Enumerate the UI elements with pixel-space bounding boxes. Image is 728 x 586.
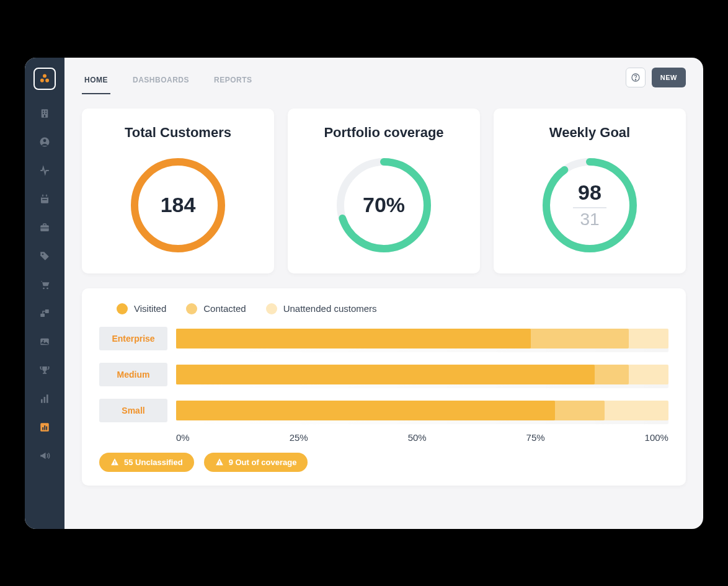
new-button[interactable]: NEW bbox=[652, 68, 686, 87]
svg-rect-23 bbox=[45, 309, 49, 313]
user-icon[interactable] bbox=[35, 132, 55, 152]
svg-rect-8 bbox=[44, 115, 45, 117]
total-value: 184 bbox=[161, 193, 196, 217]
svg-point-2 bbox=[45, 78, 49, 82]
calendar-icon[interactable] bbox=[35, 189, 55, 209]
svg-point-20 bbox=[43, 287, 45, 289]
megaphone-icon[interactable] bbox=[35, 446, 55, 466]
svg-rect-33 bbox=[44, 425, 45, 430]
card-title: Total Customers bbox=[125, 125, 231, 141]
app-logo[interactable] bbox=[33, 68, 56, 90]
tab-reports[interactable]: REPORTS bbox=[211, 61, 255, 94]
svg-rect-44 bbox=[219, 461, 220, 463]
coverage-chart: Visitited Contacted Unattended customers… bbox=[82, 288, 686, 486]
svg-rect-32 bbox=[42, 427, 43, 430]
svg-rect-42 bbox=[114, 461, 115, 463]
bar-row-small: Small bbox=[99, 399, 668, 422]
goal-sub: 31 bbox=[573, 207, 606, 229]
x-axis: 0% 25% 50% 75% 100% bbox=[176, 432, 668, 443]
svg-rect-4 bbox=[43, 110, 44, 112]
tag-icon[interactable] bbox=[35, 246, 55, 266]
weekly-goal-card: Weekly Goal 98 31 bbox=[494, 109, 686, 273]
bar-row-enterprise: Enterprise bbox=[99, 327, 668, 350]
tab-dashboards[interactable]: DASHBOARDS bbox=[130, 61, 192, 94]
bar-row-medium: Medium bbox=[99, 363, 668, 386]
alerts: 55 Unclassified 9 Out of coverage bbox=[99, 453, 668, 472]
bar-label: Medium bbox=[99, 363, 167, 386]
bar-track bbox=[176, 329, 668, 348]
ring-goal: 98 31 bbox=[540, 156, 639, 255]
axis-tick: 25% bbox=[290, 432, 308, 443]
legend-label: Unattended customers bbox=[283, 303, 377, 314]
svg-rect-26 bbox=[44, 371, 46, 373]
main-content: HOME DASHBOARDS REPORTS NEW Total Custom… bbox=[64, 58, 703, 529]
bar-label: Enterprise bbox=[99, 327, 167, 350]
svg-rect-18 bbox=[40, 228, 49, 228]
svg-rect-15 bbox=[42, 199, 47, 200]
alert-label: 55 Unclassified bbox=[124, 458, 183, 467]
svg-point-1 bbox=[40, 78, 44, 82]
card-title: Portfolio coverage bbox=[324, 125, 443, 141]
legend: Visitited Contacted Unattended customers bbox=[99, 303, 668, 314]
portfolio-coverage-card: Portfolio coverage 70% bbox=[288, 109, 480, 273]
legend-visited: Visitited bbox=[117, 303, 166, 314]
trophy-icon[interactable] bbox=[35, 360, 55, 380]
svg-rect-12 bbox=[41, 195, 48, 197]
svg-point-21 bbox=[47, 287, 48, 289]
svg-rect-45 bbox=[219, 464, 220, 464]
alert-outofcoverage[interactable]: 9 Out of coverage bbox=[204, 453, 308, 472]
axis-tick: 75% bbox=[526, 432, 545, 443]
svg-rect-7 bbox=[45, 112, 47, 113]
goal-value: 98 bbox=[578, 180, 601, 205]
chart-icon[interactable] bbox=[35, 417, 55, 437]
axis-tick: 50% bbox=[408, 432, 427, 443]
alert-label: 9 Out of coverage bbox=[229, 458, 297, 467]
svg-rect-22 bbox=[40, 313, 45, 316]
svg-point-25 bbox=[43, 340, 44, 341]
legend-contacted: Contacted bbox=[186, 303, 246, 314]
tabs: HOME DASHBOARDS REPORTS bbox=[82, 61, 255, 94]
bar-rows: Enterprise Medium bbox=[99, 327, 668, 422]
help-button[interactable] bbox=[626, 68, 646, 87]
svg-rect-34 bbox=[46, 426, 47, 430]
svg-rect-43 bbox=[114, 464, 115, 464]
svg-rect-30 bbox=[47, 394, 48, 403]
ring-total: 184 bbox=[128, 156, 228, 255]
image-icon[interactable] bbox=[35, 332, 55, 352]
stats-icon[interactable] bbox=[35, 389, 55, 409]
app-window: HOME DASHBOARDS REPORTS NEW Total Custom… bbox=[25, 58, 703, 529]
svg-rect-13 bbox=[42, 194, 43, 197]
bar-track bbox=[176, 365, 668, 384]
legend-unattended: Unattended customers bbox=[266, 303, 377, 314]
svg-point-10 bbox=[43, 139, 47, 142]
total-customers-card: Total Customers 184 bbox=[82, 109, 274, 273]
bar-track bbox=[176, 401, 668, 420]
svg-rect-14 bbox=[46, 194, 47, 197]
svg-point-19 bbox=[42, 253, 44, 255]
axis-tick: 0% bbox=[176, 432, 190, 443]
briefcase-icon[interactable] bbox=[35, 218, 55, 238]
building-icon[interactable] bbox=[35, 104, 55, 123]
svg-point-0 bbox=[43, 74, 47, 78]
svg-rect-6 bbox=[43, 112, 44, 113]
card-title: Weekly Goal bbox=[549, 125, 630, 141]
axis-tick: 100% bbox=[645, 432, 668, 443]
legend-label: Contacted bbox=[203, 303, 246, 314]
sidebar bbox=[25, 58, 64, 529]
activity-icon[interactable] bbox=[35, 161, 55, 180]
metric-cards: Total Customers 184 Portfolio coverage 7… bbox=[82, 109, 686, 273]
svg-rect-17 bbox=[43, 224, 47, 226]
bar-label: Small bbox=[99, 399, 167, 422]
coverage-value: 70% bbox=[363, 193, 405, 217]
tab-home[interactable]: HOME bbox=[82, 61, 110, 94]
svg-rect-28 bbox=[41, 399, 43, 402]
svg-rect-5 bbox=[45, 110, 47, 112]
svg-rect-27 bbox=[43, 373, 47, 374]
alert-unclassified[interactable]: 55 Unclassified bbox=[99, 453, 194, 472]
svg-point-36 bbox=[635, 79, 636, 79]
route-icon[interactable] bbox=[35, 303, 55, 323]
cart-icon[interactable] bbox=[35, 275, 55, 295]
svg-rect-29 bbox=[44, 397, 46, 403]
legend-label: Visitited bbox=[134, 303, 166, 314]
topbar: HOME DASHBOARDS REPORTS NEW bbox=[82, 58, 686, 97]
